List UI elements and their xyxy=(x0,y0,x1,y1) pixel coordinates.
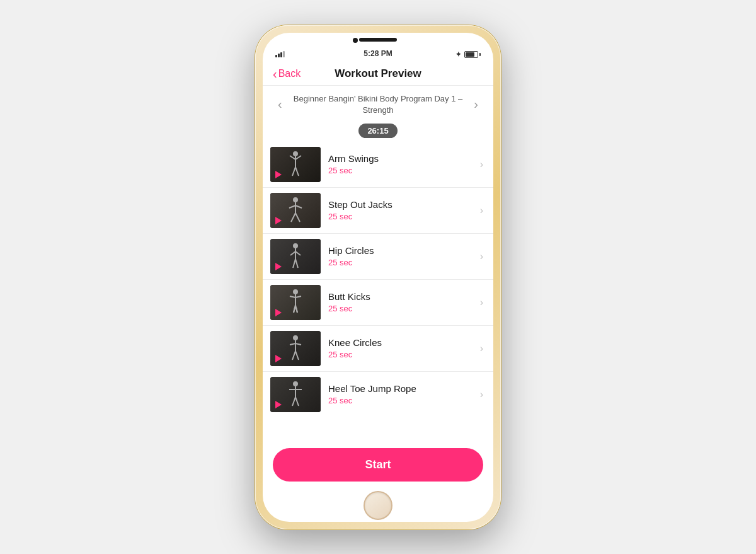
chevron-right-icon: › xyxy=(480,343,483,354)
exercise-info: Knee Circles 25 sec xyxy=(321,337,475,359)
svg-point-6 xyxy=(293,197,298,202)
exercise-thumbnail xyxy=(270,239,321,274)
workout-title: Beginner Bangin' Bikini Body Program Day… xyxy=(285,93,472,116)
person-silhouette xyxy=(286,151,305,178)
svg-line-3 xyxy=(295,156,301,159)
exercise-info: Butt Kicks 25 sec xyxy=(321,291,475,313)
play-button[interactable] xyxy=(274,400,283,409)
phone-screen: 5:28 PM ✦ ‹ Back Workout Preview xyxy=(263,33,493,522)
start-button[interactable]: Start xyxy=(273,448,483,482)
person-silhouette xyxy=(286,335,305,362)
svg-line-9 xyxy=(295,205,302,208)
exercise-duration: 25 sec xyxy=(328,396,475,405)
exercise-name: Knee Circles xyxy=(328,337,475,348)
exercise-duration: 25 sec xyxy=(328,350,475,359)
play-button[interactable] xyxy=(274,216,283,225)
home-button-area xyxy=(263,489,493,522)
back-button[interactable]: ‹ Back xyxy=(273,67,301,80)
signal-bars xyxy=(275,51,285,57)
speaker-slot xyxy=(359,38,397,42)
battery-fill xyxy=(466,52,474,57)
exercise-thumbnail xyxy=(270,147,321,182)
duration-badge: 26:15 xyxy=(358,124,397,138)
battery-indicator xyxy=(464,51,481,58)
svg-line-21 xyxy=(295,296,301,297)
next-workout-button[interactable]: › xyxy=(471,95,481,114)
svg-line-30 xyxy=(292,351,295,360)
exercise-name: Arm Swings xyxy=(328,153,475,164)
svg-point-32 xyxy=(293,381,298,386)
home-button[interactable] xyxy=(364,491,392,520)
prev-workout-button[interactable]: ‹ xyxy=(275,95,285,114)
exercise-name: Hip Circles xyxy=(328,245,475,256)
chevron-right-icon: › xyxy=(480,205,483,216)
svg-point-18 xyxy=(293,289,298,294)
exercise-thumbnail xyxy=(270,331,321,366)
svg-line-20 xyxy=(290,296,295,297)
play-button[interactable] xyxy=(274,354,283,363)
play-icon xyxy=(275,355,282,362)
svg-line-15 xyxy=(295,251,301,255)
camera-dot xyxy=(353,38,358,43)
svg-point-26 xyxy=(293,335,298,340)
svg-line-31 xyxy=(295,351,299,360)
svg-line-16 xyxy=(293,259,295,268)
svg-point-12 xyxy=(293,243,298,248)
exercise-thumbnail xyxy=(270,285,321,320)
svg-line-11 xyxy=(295,213,300,222)
signal-bar-2 xyxy=(278,54,280,57)
play-button[interactable] xyxy=(274,170,283,179)
svg-line-29 xyxy=(295,343,301,345)
exercise-item[interactable]: Hip Circles 25 sec › xyxy=(263,234,493,280)
exercise-item[interactable]: Step Out Jacks 25 sec › xyxy=(263,188,493,234)
bluetooth-icon: ✦ xyxy=(455,50,461,59)
exercise-item[interactable]: Knee Circles 25 sec › xyxy=(263,326,493,372)
chevron-right-icon: › xyxy=(480,251,483,262)
person-silhouette xyxy=(286,289,305,316)
exercise-item[interactable]: Arm Swings 25 sec › xyxy=(263,142,493,188)
exercise-info: Hip Circles 25 sec xyxy=(321,245,475,267)
svg-line-36 xyxy=(292,397,295,406)
battery-tip xyxy=(479,53,481,56)
person-silhouette xyxy=(286,197,305,224)
exercise-name: Step Out Jacks xyxy=(328,199,475,210)
back-chevron-icon: ‹ xyxy=(273,67,277,80)
exercise-info: Heel Toe Jump Rope 25 sec xyxy=(321,383,475,405)
exercise-info: Step Out Jacks 25 sec xyxy=(321,199,475,221)
exercise-duration: 25 sec xyxy=(328,166,475,175)
svg-line-14 xyxy=(290,251,295,255)
workout-nav: ‹ Beginner Bangin' Bikini Body Program D… xyxy=(275,93,481,116)
exercise-info: Arm Swings 25 sec xyxy=(321,153,475,175)
exercise-duration: 25 sec xyxy=(328,304,475,313)
exercise-name: Butt Kicks xyxy=(328,291,475,302)
navigation-bar: ‹ Back Workout Preview xyxy=(263,62,493,86)
svg-line-4 xyxy=(292,167,295,176)
back-label: Back xyxy=(278,68,301,79)
chevron-right-icon: › xyxy=(480,159,483,170)
play-icon xyxy=(275,263,282,270)
svg-line-2 xyxy=(290,156,295,159)
svg-line-23 xyxy=(294,308,295,313)
svg-line-17 xyxy=(295,259,298,268)
svg-line-10 xyxy=(291,213,295,222)
signal-bar-1 xyxy=(275,55,277,57)
play-icon xyxy=(275,217,282,224)
exercise-item[interactable]: Heel Toe Jump Rope 25 sec › xyxy=(263,372,493,417)
battery-body xyxy=(464,51,478,58)
play-icon xyxy=(275,401,282,408)
svg-line-5 xyxy=(295,167,299,176)
play-icon xyxy=(275,309,282,316)
nav-title: Workout Preview xyxy=(335,67,421,80)
svg-line-8 xyxy=(289,205,295,208)
play-button[interactable] xyxy=(274,308,283,317)
exercise-item[interactable]: Butt Kicks 25 sec › xyxy=(263,280,493,326)
person-silhouette xyxy=(286,243,305,270)
phone-frame: 5:28 PM ✦ ‹ Back Workout Preview xyxy=(255,25,501,529)
svg-line-37 xyxy=(295,397,299,406)
play-button[interactable] xyxy=(274,262,283,271)
exercise-duration: 25 sec xyxy=(328,212,475,221)
chevron-right-icon: › xyxy=(480,389,483,400)
signal-bar-4 xyxy=(283,51,285,57)
phone-top-notch xyxy=(263,33,493,45)
svg-line-25 xyxy=(296,308,297,313)
